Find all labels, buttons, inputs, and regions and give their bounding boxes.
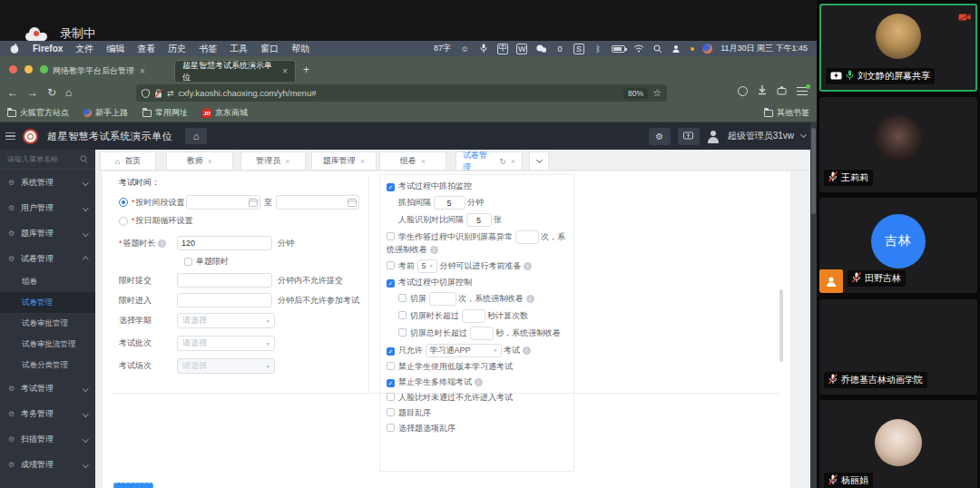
switch-count-checkbox[interactable] — [398, 294, 407, 302]
end-date-field[interactable] — [276, 195, 359, 210]
close-icon[interactable]: × — [208, 157, 212, 166]
firefox-menubar-icon[interactable] — [702, 44, 712, 54]
switch-duration-input[interactable] — [462, 309, 485, 323]
ring-app-icon[interactable]: 0 — [554, 44, 565, 54]
app-menu-icon[interactable] — [797, 87, 808, 96]
save-button[interactable] — [113, 483, 153, 488]
info-icon[interactable]: i — [524, 262, 532, 270]
option-shuffle-checkbox[interactable] — [387, 424, 395, 432]
menu-file[interactable]: 文件 — [75, 43, 93, 55]
close-tab-icon[interactable]: × — [140, 66, 145, 76]
forbid-multi-terminal-checkbox[interactable]: ✓ — [387, 379, 395, 387]
sidebar-group-exams[interactable]: ⚙考试管理 — [0, 376, 95, 401]
minimize-window-button[interactable] — [24, 65, 33, 73]
menu-search-field[interactable]: 请输入菜单名称 — [0, 150, 95, 170]
input-method-icon[interactable]: 中 — [497, 44, 508, 54]
duration-input[interactable] — [177, 236, 272, 250]
menu-view[interactable]: 查看 — [137, 43, 155, 55]
monitor-checkbox[interactable]: ✓ — [387, 183, 395, 191]
bookmark-getting-started[interactable]: 新手上路 — [83, 107, 128, 119]
sidebar-group-scanning[interactable]: ⚙扫描管理 — [0, 426, 95, 452]
sidebar-item-paper-category[interactable]: 试卷分类管理 — [0, 355, 95, 376]
face-fail-checkbox[interactable] — [387, 393, 395, 401]
cast-share-button[interactable] — [678, 128, 700, 145]
radio-by-date-cycle[interactable] — [119, 217, 128, 226]
close-icon[interactable]: × — [421, 157, 426, 166]
permissions-icon[interactable]: ⇄ — [167, 89, 174, 98]
close-icon[interactable]: × — [285, 157, 289, 166]
sidebar-item-assemble[interactable]: 组卷 — [0, 271, 95, 292]
switch-total-checkbox[interactable] — [398, 328, 407, 337]
user-avatar[interactable] — [707, 130, 720, 143]
browser-home-button[interactable]: ⌂ — [65, 86, 72, 99]
zoom-level-badge[interactable]: 80% — [623, 88, 648, 99]
username[interactable]: 超级管理员31vw — [728, 130, 794, 142]
tab-list-dropdown-button[interactable] — [529, 151, 549, 171]
window-controls[interactable] — [9, 65, 48, 73]
info-icon[interactable]: i — [475, 378, 483, 386]
sidebar-group-papers[interactable]: ⚙试卷管理 — [0, 246, 95, 271]
bookmark-folder-firefox-official[interactable]: 火狐官方站点 — [7, 107, 69, 119]
url-bar[interactable]: ⇄ cxfy.kaoshi.chaoxing.com/yh/menu# 80% … — [136, 84, 667, 102]
screen-abnormal-checkbox[interactable] — [387, 232, 395, 240]
switch-count-input[interactable] — [429, 292, 456, 306]
page-tab-administrator[interactable]: 管理员× — [240, 151, 306, 171]
url-text[interactable]: cxfy.kaoshi.chaoxing.com/yh/menu# — [179, 88, 620, 98]
forbid-low-version-checkbox[interactable] — [387, 362, 395, 370]
emoji-icon[interactable]: ☺ — [459, 44, 470, 54]
limit-submit-input[interactable] — [177, 273, 272, 288]
close-tab-icon[interactable]: × — [282, 66, 288, 76]
collapse-sidebar-icon[interactable] — [5, 132, 15, 141]
menu-window[interactable]: 窗口 — [260, 43, 279, 55]
switch-total-input[interactable] — [470, 327, 494, 340]
screenshot-icon[interactable] — [777, 86, 787, 97]
radio-by-period[interactable] — [119, 198, 128, 207]
bluetooth-icon[interactable]: ᛒ — [593, 44, 603, 54]
participant-tile[interactable]: 乔德基吉林动画学院 — [819, 299, 977, 395]
question-shuffle-checkbox[interactable] — [387, 408, 395, 416]
other-bookmarks[interactable]: 其他书签 — [764, 107, 809, 119]
screen-abnormal-input[interactable] — [515, 230, 539, 244]
menubar-datetime[interactable]: 11月30日 周三 下午1:45 — [720, 43, 808, 54]
before-exam-select[interactable]: 5▾ — [417, 259, 438, 273]
semester-select[interactable]: 请选择▾ — [177, 313, 275, 328]
bookmark-folder-common-sites[interactable]: 常用网址 — [142, 107, 188, 119]
limit-enter-input[interactable] — [177, 293, 272, 307]
sidebar-group-users[interactable]: ⚙用户管理 — [0, 195, 95, 220]
downloads-icon[interactable] — [758, 85, 767, 97]
bookmark-star-icon[interactable]: ☆ — [652, 87, 662, 99]
only-allow-checkbox[interactable]: ✓ — [387, 347, 395, 356]
browser-tab-admin[interactable]: 网络教学平台后台管理 × — [45, 60, 171, 82]
browser-scrollbar[interactable] — [810, 122, 817, 488]
participant-tile[interactable]: 王莉莉 — [819, 97, 977, 192]
bookmark-jd[interactable]: JD京东商城 — [202, 107, 248, 119]
back-button[interactable]: ← — [7, 86, 18, 99]
exam-session-select[interactable]: 请选择▾ — [177, 358, 275, 374]
switch-duration-checkbox[interactable] — [398, 311, 407, 319]
forward-button[interactable]: → — [27, 86, 38, 99]
info-icon[interactable]: i — [158, 239, 166, 248]
chevron-down-icon[interactable] — [800, 132, 807, 138]
word-icon[interactable]: W — [516, 44, 527, 54]
shield-icon[interactable] — [142, 85, 150, 102]
single-question-limit-checkbox[interactable] — [184, 258, 192, 266]
spotlight-search-icon[interactable] — [652, 44, 663, 54]
close-icon[interactable]: × — [511, 157, 515, 166]
only-allow-select[interactable]: 学习通APP▾ — [426, 344, 502, 357]
wifi-icon[interactable] — [633, 44, 644, 54]
app-home-button[interactable]: ⌂ — [185, 128, 207, 144]
menu-tools[interactable]: 工具 — [230, 43, 248, 55]
page-tab-assemble[interactable]: 组卷× — [379, 151, 446, 171]
wechat-icon[interactable] — [535, 44, 546, 54]
sidebar-item-approval-flow[interactable]: 试卷审批流管理 — [0, 334, 95, 355]
menu-help[interactable]: 帮助 — [291, 43, 309, 55]
lock-warning-icon[interactable] — [154, 85, 162, 102]
dictation-mic-icon[interactable] — [478, 44, 489, 54]
exam-batch-select[interactable]: 请选择▾ — [177, 336, 275, 351]
menu-bookmarks[interactable]: 书签 — [199, 43, 217, 55]
page-tab-paper-management[interactable]: 试卷管理 ↻ × — [456, 151, 523, 171]
participant-tile[interactable]: 吉林 田野吉林 — [819, 198, 977, 293]
before-exam-checkbox[interactable] — [387, 261, 395, 269]
info-icon[interactable]: i — [526, 295, 534, 303]
close-window-button[interactable] — [9, 65, 17, 73]
